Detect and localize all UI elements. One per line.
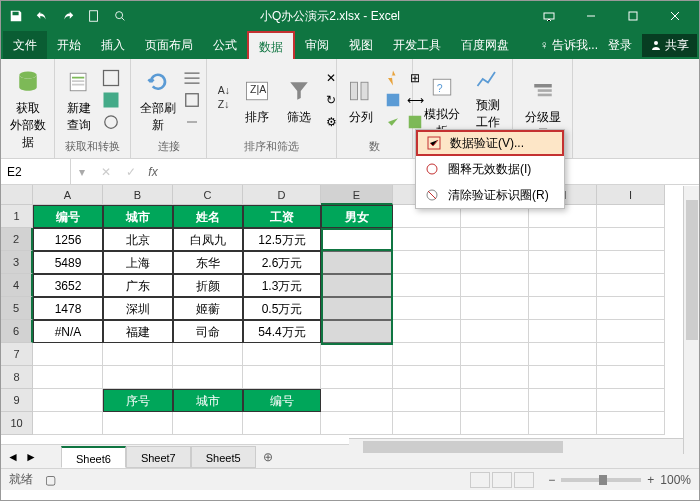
vertical-scrollbar[interactable]	[683, 186, 699, 454]
text-to-columns-button[interactable]: 分列	[341, 73, 381, 128]
cell[interactable]	[393, 228, 461, 251]
cell[interactable]	[393, 389, 461, 412]
close-icon[interactable]	[655, 2, 695, 30]
cell[interactable]	[243, 412, 321, 435]
undo-icon[interactable]	[31, 5, 53, 27]
cell[interactable]	[243, 366, 321, 389]
row-header[interactable]: 4	[1, 274, 33, 297]
print-preview-icon[interactable]	[109, 5, 131, 27]
menu-item-clear-circles[interactable]: 清除验证标识圈(R)	[416, 182, 564, 208]
recent-sources-icon[interactable]	[101, 112, 121, 132]
cell[interactable]	[321, 297, 393, 320]
col-header[interactable]: C	[173, 185, 243, 205]
cell[interactable]: 1478	[33, 297, 103, 320]
sort-az-button[interactable]: A↓Z↓	[211, 77, 235, 123]
cell[interactable]	[321, 343, 393, 366]
from-table-icon[interactable]	[101, 90, 121, 110]
new-sheet-button[interactable]: ⊕	[256, 450, 280, 464]
save-icon[interactable]	[5, 5, 27, 27]
cell[interactable]: 5489	[33, 251, 103, 274]
cell[interactable]	[529, 228, 597, 251]
cell[interactable]	[461, 389, 529, 412]
cell[interactable]	[393, 366, 461, 389]
cell[interactable]	[597, 412, 665, 435]
tab-view[interactable]: 视图	[339, 31, 383, 59]
cell[interactable]	[321, 412, 393, 435]
row-header[interactable]: 8	[1, 366, 33, 389]
cell[interactable]	[597, 320, 665, 343]
properties-icon[interactable]	[182, 90, 202, 110]
sheet-tab[interactable]: Sheet7	[126, 446, 191, 468]
cell[interactable]	[597, 366, 665, 389]
cell[interactable]	[529, 274, 597, 297]
page-layout-view-button[interactable]	[492, 472, 512, 488]
filter-button[interactable]: 筛选	[279, 73, 319, 128]
edit-links-icon[interactable]	[182, 112, 202, 132]
cell[interactable]: 深圳	[103, 297, 173, 320]
tell-me[interactable]: ♀ 告诉我...	[540, 37, 598, 54]
cell[interactable]	[529, 251, 597, 274]
cell[interactable]: 12.5万元	[243, 228, 321, 251]
minimize-icon[interactable]	[571, 2, 611, 30]
name-box-dropdown-icon[interactable]: ▾	[71, 165, 93, 179]
cell[interactable]	[597, 228, 665, 251]
tab-insert[interactable]: 插入	[91, 31, 135, 59]
cell[interactable]	[597, 343, 665, 366]
tab-file[interactable]: 文件	[3, 31, 47, 59]
cell[interactable]	[461, 228, 529, 251]
cell[interactable]: 编号	[33, 205, 103, 228]
cell[interactable]	[103, 412, 173, 435]
name-box[interactable]: E2	[1, 159, 71, 184]
get-external-data-button[interactable]: 获取 外部数据	[5, 64, 50, 153]
ribbon-options-icon[interactable]	[529, 2, 569, 30]
cell[interactable]: 0.5万元	[243, 297, 321, 320]
cell[interactable]	[33, 389, 103, 412]
cell[interactable]: 白凤九	[173, 228, 243, 251]
cell[interactable]	[393, 343, 461, 366]
cell[interactable]: 折颜	[173, 274, 243, 297]
tab-home[interactable]: 开始	[47, 31, 91, 59]
menu-item-data-validation[interactable]: 数据验证(V)...	[416, 130, 564, 156]
cell[interactable]	[597, 297, 665, 320]
cell[interactable]: 2.6万元	[243, 251, 321, 274]
select-all-corner[interactable]	[1, 185, 33, 205]
cell[interactable]: 男女	[321, 205, 393, 228]
col-header[interactable]: E	[321, 185, 393, 205]
cell[interactable]	[321, 389, 393, 412]
cell[interactable]	[393, 320, 461, 343]
menu-item-circle-invalid[interactable]: 圈释无效数据(I)	[416, 156, 564, 182]
cell[interactable]	[529, 366, 597, 389]
cell[interactable]	[103, 366, 173, 389]
tab-dev[interactable]: 开发工具	[383, 31, 451, 59]
cell[interactable]	[173, 343, 243, 366]
col-header[interactable]: I	[597, 185, 665, 205]
row-header[interactable]: 5	[1, 297, 33, 320]
cell[interactable]	[33, 412, 103, 435]
flash-fill-icon[interactable]	[383, 68, 403, 88]
col-header[interactable]: D	[243, 185, 321, 205]
tab-baidu[interactable]: 百度网盘	[451, 31, 519, 59]
cell[interactable]	[173, 412, 243, 435]
cell[interactable]: 姬蘅	[173, 297, 243, 320]
cell[interactable]: 城市	[103, 205, 173, 228]
col-header[interactable]: A	[33, 185, 103, 205]
new-icon[interactable]	[83, 5, 105, 27]
row-header[interactable]: 1	[1, 205, 33, 228]
cell[interactable]	[461, 320, 529, 343]
zoom-slider[interactable]	[561, 478, 641, 482]
row-header[interactable]: 6	[1, 320, 33, 343]
cell[interactable]	[529, 412, 597, 435]
cell[interactable]	[243, 343, 321, 366]
cell[interactable]: 54.4万元	[243, 320, 321, 343]
maximize-icon[interactable]	[613, 2, 653, 30]
fx-icon[interactable]: fx	[143, 165, 163, 179]
cell[interactable]	[461, 297, 529, 320]
connections-icon[interactable]	[182, 68, 202, 88]
tab-layout[interactable]: 页面布局	[135, 31, 203, 59]
cell[interactable]	[529, 297, 597, 320]
cell[interactable]: 东华	[173, 251, 243, 274]
normal-view-button[interactable]	[470, 472, 490, 488]
sheet-tab[interactable]: Sheet6	[61, 446, 126, 468]
row-header[interactable]: 10	[1, 412, 33, 435]
prev-sheet-icon[interactable]: ◄	[7, 450, 19, 464]
